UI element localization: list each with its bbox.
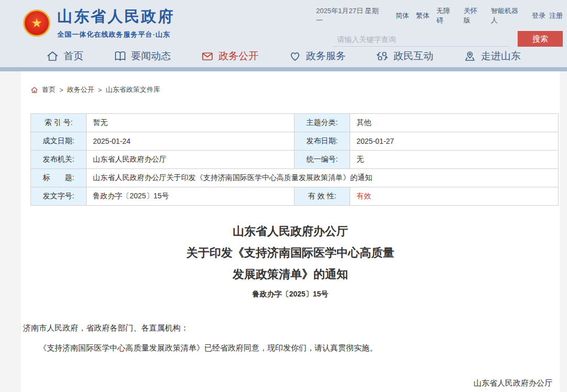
index-number-label: 索 引 号: — [31, 114, 87, 132]
link-login[interactable]: 登录 — [532, 11, 545, 20]
heart-icon — [289, 50, 301, 62]
link-register[interactable]: 注册 — [549, 11, 563, 20]
nav-item-about-shandong[interactable]: 走进山东 — [464, 49, 521, 63]
link-care-version[interactable]: 关怀版 — [464, 6, 484, 25]
site-title: 山东省人民政府 — [57, 6, 175, 27]
document-title: 山东省人民政府办公厅 关于印发《支持济南国际医学中心高质量 发展政策清单》的通知 — [21, 220, 560, 285]
signature-block: 山东省人民政府办公厅 2025年1月24日 — [21, 375, 560, 392]
publish-date-value: 2025-01-27 — [350, 132, 559, 151]
location-icon — [464, 50, 476, 62]
topic-category-label: 主题分类: — [295, 114, 350, 132]
breadcrumb-gov-disclosure[interactable]: 政务公开 — [67, 85, 94, 94]
doc-title-value: 山东省人民政府办公厅关于印发《支持济南国际医学中心高质量发展政策清单》的通知 — [87, 169, 559, 187]
topic-category-value: 其他 — [350, 114, 559, 132]
document-title-line3: 发展政策清单》的通知 — [21, 263, 560, 285]
content-card: 首页 > 政务公开 > 山东省政策文件库 索 引 号: 暂无 主题分类: 其他 … — [21, 71, 560, 392]
search-input[interactable] — [333, 33, 509, 47]
nav-label: 政务服务 — [306, 49, 346, 63]
search-area: 搜索 — [316, 31, 563, 47]
nav-item-gov-disclosure[interactable]: 政务公开 — [201, 49, 258, 63]
home-icon — [46, 50, 59, 62]
written-date-value: 2025-01-24 — [87, 132, 295, 151]
link-accessible[interactable]: 无障碍 — [436, 6, 457, 25]
breadcrumb-home[interactable]: 首页 — [42, 85, 56, 94]
main-nav: 首页 要闻动态 政务公开 政务服务 政民互动 走进山东 — [0, 45, 567, 67]
doc-number-value: 鲁政办字〔2025〕15号 — [87, 187, 295, 206]
current-date: 2025年1月27日 星期一 — [316, 6, 385, 25]
nav-item-home[interactable]: 首页 — [46, 49, 83, 63]
nav-label: 要闻动态 — [131, 49, 171, 63]
document-meta-table: 索 引 号: 暂无 主题分类: 其他 成文日期: 2025-01-24 发布日期… — [30, 113, 559, 206]
breadcrumb: 首页 > 政务公开 > 山东省政策文件库 — [21, 71, 560, 94]
validity-label: 有 效 性: — [295, 187, 350, 206]
document-title-line1: 山东省人民政府办公厅 — [21, 220, 560, 242]
emblem-star-glyph: ★ — [31, 17, 43, 29]
document-number: 鲁政办字〔2025〕15号 — [21, 290, 560, 299]
publish-date-label: 发布日期: — [295, 132, 350, 151]
utility-links-row: 2025年1月27日 星期一 简体 繁体 无障碍 关怀版 智能机器人 登录 注册 — [316, 6, 563, 25]
signature-issuer: 山东省人民政府办公厅 — [21, 375, 552, 391]
nav-label: 政务公开 — [218, 49, 258, 63]
national-emblem-icon: ★ — [23, 9, 50, 37]
site-header: ★ 山东省人民政府 全国一体化在线政务服务平台·山东 2025年1月27日 星期… — [0, 0, 567, 45]
link-simplified[interactable]: 简体 — [395, 11, 409, 20]
nav-bottom-strip — [0, 67, 567, 71]
document-paragraph: 《支持济南国际医学中心高质量发展政策清单》已经省政府同意，现印发你们，请认真贯彻… — [23, 342, 549, 354]
nav-label: 首页 — [64, 49, 83, 63]
nav-label: 走进山东 — [481, 49, 521, 63]
issuer-value: 山东省人民政府办公厅 — [87, 151, 295, 169]
meta-row-issuer: 发布机关: 山东省人民政府办公厅 统一编号: 无 — [31, 151, 559, 169]
breadcrumb-separator: > — [98, 86, 102, 94]
breadcrumb-home-icon — [30, 86, 38, 94]
mail-icon — [201, 50, 214, 62]
doc-title-label: 标 题: — [31, 169, 87, 187]
doc-number-label: 发文字号: — [31, 187, 87, 206]
interaction-icon — [376, 50, 388, 62]
header-utilities: 2025年1月27日 星期一 简体 繁体 无障碍 关怀版 智能机器人 登录 注册… — [316, 6, 563, 47]
link-robot[interactable]: 智能机器人 — [491, 6, 525, 25]
meta-row-dates: 成文日期: 2025-01-24 发布日期: 2025-01-27 — [31, 132, 559, 151]
index-number-value: 暂无 — [87, 114, 295, 132]
link-traditional[interactable]: 繁体 — [416, 11, 429, 20]
book-icon — [114, 50, 127, 62]
validity-value: 有效 — [350, 187, 559, 206]
meta-row-docno-validity: 发文字号: 鲁政办字〔2025〕15号 有 效 性: 有效 — [31, 187, 559, 206]
nav-item-gov-services[interactable]: 政务服务 — [289, 49, 346, 63]
breadcrumb-policy-library[interactable]: 山东省政策文件库 — [106, 85, 160, 94]
nav-item-interaction[interactable]: 政民互动 — [376, 49, 433, 63]
document-salutation: 济南市人民政府，省政府各部门、各直属机构： — [23, 323, 549, 333]
unified-number-value: 无 — [350, 151, 559, 169]
unified-number-label: 统一编号: — [295, 151, 350, 169]
breadcrumb-separator: > — [59, 86, 64, 94]
site-identity: 山东省人民政府 全国一体化在线政务服务平台·山东 — [57, 6, 175, 39]
document-title-line2: 关于印发《支持济南国际医学中心高质量 — [21, 242, 560, 263]
meta-row-title: 标 题: 山东省人民政府办公厅关于印发《支持济南国际医学中心高质量发展政策清单》… — [31, 169, 559, 187]
nav-label: 政民互动 — [393, 49, 433, 63]
nav-item-news[interactable]: 要闻动态 — [114, 49, 171, 63]
written-date-label: 成文日期: — [31, 132, 87, 151]
meta-row-index-topic: 索 引 号: 暂无 主题分类: 其他 — [31, 114, 559, 132]
search-button[interactable]: 搜索 — [518, 31, 563, 47]
issuer-label: 发布机关: — [31, 151, 87, 169]
site-tagline: 全国一体化在线政务服务平台·山东 — [57, 30, 175, 39]
